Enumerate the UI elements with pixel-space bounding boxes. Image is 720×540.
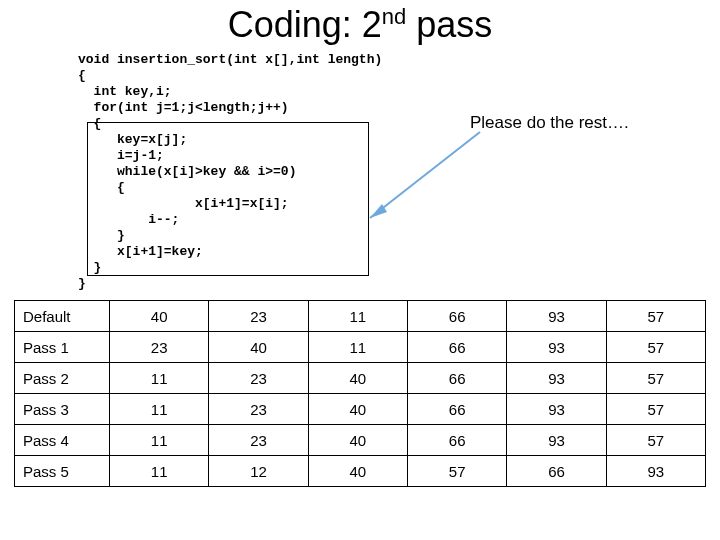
cell: 11 [308,301,407,332]
row-label: Pass 4 [15,425,110,456]
cell: 11 [308,332,407,363]
code-line: x[i+1]=x[i]; [78,196,680,212]
code-line: i--; [78,212,680,228]
code-line: { [78,68,680,84]
cell: 57 [606,301,705,332]
cell: 40 [308,456,407,487]
annotation-text: Please do the rest…. [470,113,629,133]
cell: 93 [507,394,606,425]
code-line: i=j-1; [78,148,680,164]
cell: 57 [606,425,705,456]
slide-title: Coding: 2nd pass [0,4,720,46]
row-label: Pass 3 [15,394,110,425]
code-line: while(x[i]>key && i>=0) [78,164,680,180]
cell: 11 [110,363,209,394]
cell: 23 [209,301,308,332]
cell: 57 [606,363,705,394]
cell: 40 [209,332,308,363]
cell: 12 [209,456,308,487]
code-block: void insertion_sort(int x[],int length) … [78,52,680,292]
table-row: Pass 2 11 23 40 66 93 57 [15,363,706,394]
cell: 66 [407,332,506,363]
cell: 57 [606,332,705,363]
title-suffix: pass [406,4,492,45]
cell: 40 [308,394,407,425]
row-label: Pass 5 [15,456,110,487]
passes-table: Default 40 23 11 66 93 57 Pass 1 23 40 1… [14,300,706,487]
table-row: Pass 4 11 23 40 66 93 57 [15,425,706,456]
code-line: } [78,260,680,276]
cell: 93 [507,301,606,332]
cell: 23 [209,425,308,456]
table-row: Pass 1 23 40 11 66 93 57 [15,332,706,363]
cell: 23 [209,363,308,394]
cell: 23 [209,394,308,425]
code-line: void insertion_sort(int x[],int length) [78,52,680,68]
cell: 40 [308,425,407,456]
cell: 93 [507,425,606,456]
cell: 66 [507,456,606,487]
cell: 40 [308,363,407,394]
cell: 11 [110,425,209,456]
row-label: Pass 2 [15,363,110,394]
cell: 93 [606,456,705,487]
table-row: Default 40 23 11 66 93 57 [15,301,706,332]
code-line: } [78,228,680,244]
cell: 11 [110,456,209,487]
cell: 40 [110,301,209,332]
cell: 66 [407,394,506,425]
code-line: { [78,180,680,196]
code-line: int key,i; [78,84,680,100]
cell: 93 [507,363,606,394]
cell: 23 [110,332,209,363]
title-prefix: Coding: 2 [228,4,382,45]
row-label: Default [15,301,110,332]
cell: 66 [407,363,506,394]
cell: 66 [407,301,506,332]
code-line: key=x[j]; [78,132,680,148]
code-line: } [78,276,680,292]
cell: 57 [606,394,705,425]
row-label: Pass 1 [15,332,110,363]
table-row: Pass 3 11 23 40 66 93 57 [15,394,706,425]
title-sup: nd [382,4,406,29]
code-line: x[i+1]=key; [78,244,680,260]
cell: 66 [407,425,506,456]
cell: 11 [110,394,209,425]
cell: 93 [507,332,606,363]
cell: 57 [407,456,506,487]
table-row: Pass 5 11 12 40 57 66 93 [15,456,706,487]
